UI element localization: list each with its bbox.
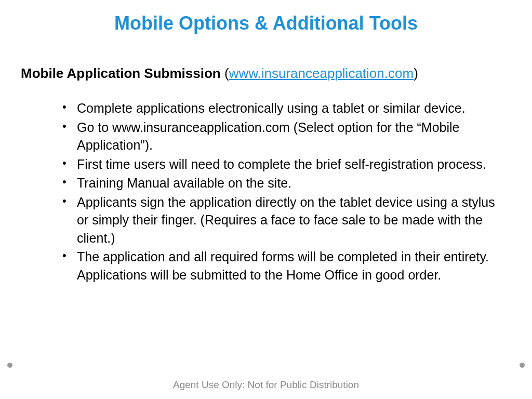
paren-open: (: [221, 65, 229, 81]
section-heading: Mobile Application Submission (www.insur…: [21, 65, 511, 82]
list-item: The application and all required forms w…: [62, 248, 501, 284]
bullet-list: Complete applications electronically usi…: [21, 99, 511, 284]
list-item: Training Manual available on the site.: [62, 174, 501, 192]
list-item: Applicants sign the application directly…: [62, 193, 501, 247]
decorative-dot-right: [520, 363, 525, 368]
slide-title: Mobile Options & Additional Tools: [0, 0, 532, 39]
content-area: Mobile Application Submission (www.insur…: [0, 39, 532, 284]
list-item: First time users will need to complete t…: [62, 155, 501, 174]
paren-close: ): [414, 65, 418, 81]
section-heading-bold: Mobile Application Submission: [21, 65, 221, 81]
decorative-dot-left: [7, 363, 12, 368]
list-item: Complete applications electronically usi…: [62, 99, 501, 117]
footer-text: Agent Use Only: Not for Public Distribut…: [0, 379, 532, 391]
list-item: Go to www.insuranceapplication.com (Sele…: [62, 118, 501, 154]
heading-link[interactable]: www.insuranceapplication.com: [229, 65, 414, 81]
